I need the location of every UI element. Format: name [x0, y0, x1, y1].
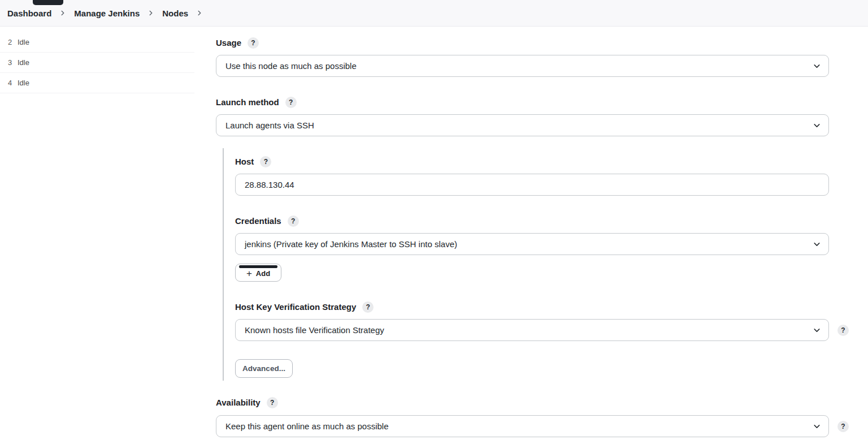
executor-row: 3 Idle — [0, 53, 194, 73]
executor-number: 4 — [8, 79, 17, 87]
help-icon[interactable]: ? — [285, 97, 297, 108]
launch-method-label-row: Launch method ? — [216, 97, 860, 108]
executor-status-label: Idle — [18, 58, 29, 67]
help-icon[interactable]: ? — [260, 156, 271, 167]
availability-select[interactable]: Keep this agent online as much as possib… — [216, 415, 829, 437]
advanced-button[interactable]: Advanced... — [235, 359, 293, 378]
executor-number: 2 — [8, 38, 17, 46]
launch-method-select-value: Launch agents via SSH — [225, 120, 314, 130]
credentials-select-value: jenkins (Private key of Jenkins Master t… — [245, 239, 457, 249]
usage-select-value: Use this node as much as possible — [225, 61, 357, 71]
host-input[interactable] — [235, 174, 829, 196]
plus-icon: + — [246, 269, 252, 278]
availability-label: Availability — [216, 397, 261, 408]
host-label-row: Host ? — [235, 156, 829, 167]
launch-method-select[interactable]: Launch agents via SSH — [216, 114, 829, 136]
add-button-label: Add — [256, 269, 270, 278]
breadcrumb-nodes[interactable]: Nodes — [162, 0, 188, 27]
help-icon[interactable]: ? — [248, 37, 259, 49]
add-credentials-button[interactable]: + Add — [235, 264, 281, 282]
chevron-right-icon — [147, 9, 155, 17]
node-config-form: Usage ? Use this node as much as possibl… — [216, 27, 860, 437]
breadcrumb-bar: Dashboard Manage Jenkins Nodes — [0, 0, 868, 27]
executor-status-sidebar: 2 Idle 3 Idle 4 Idle — [0, 27, 194, 93]
credentials-label-row: Credentials ? — [235, 215, 829, 227]
launch-method-label: Launch method — [216, 97, 279, 108]
chevron-right-icon — [196, 9, 203, 17]
chevron-down-icon — [812, 120, 822, 130]
ssh-settings-section: Host ? Credentials ? jenkins (Private ke… — [223, 148, 829, 381]
chevron-down-icon — [812, 239, 822, 249]
help-icon[interactable]: ? — [362, 301, 374, 313]
help-icon[interactable]: ? — [837, 325, 849, 336]
host-key-label-row: Host Key Verification Strategy ? — [235, 301, 829, 313]
executor-row: 2 Idle — [0, 32, 194, 53]
chevron-right-icon — [59, 9, 67, 17]
host-label: Host — [235, 156, 254, 167]
help-icon[interactable]: ? — [837, 421, 849, 432]
executor-status-label: Idle — [18, 38, 29, 46]
credentials-select[interactable]: jenkins (Private key of Jenkins Master t… — [235, 233, 829, 255]
chevron-down-icon — [812, 325, 822, 335]
usage-select[interactable]: Use this node as much as possible — [216, 55, 829, 77]
add-button-cap — [239, 265, 277, 268]
help-icon[interactable]: ? — [267, 397, 278, 408]
host-key-verification-select-value: Known hosts file Verification Strategy — [245, 325, 384, 335]
availability-select-value: Keep this agent online as much as possib… — [225, 421, 389, 431]
host-key-verification-select[interactable]: Known hosts file Verification Strategy — [235, 319, 829, 341]
executor-number: 3 — [8, 58, 17, 67]
breadcrumb-manage-jenkins[interactable]: Manage Jenkins — [74, 0, 140, 27]
credentials-label: Credentials — [235, 215, 281, 227]
availability-label-row: Availability ? — [216, 397, 860, 408]
chevron-down-icon — [812, 421, 822, 431]
header-remnant — [33, 0, 63, 5]
executor-status-label: Idle — [18, 79, 29, 87]
executor-row: 4 Idle — [0, 73, 194, 93]
usage-label-row: Usage ? — [216, 37, 860, 49]
usage-label: Usage — [216, 37, 241, 49]
host-key-verification-label: Host Key Verification Strategy — [235, 301, 356, 313]
help-icon[interactable]: ? — [288, 215, 299, 227]
chevron-down-icon — [812, 61, 822, 71]
